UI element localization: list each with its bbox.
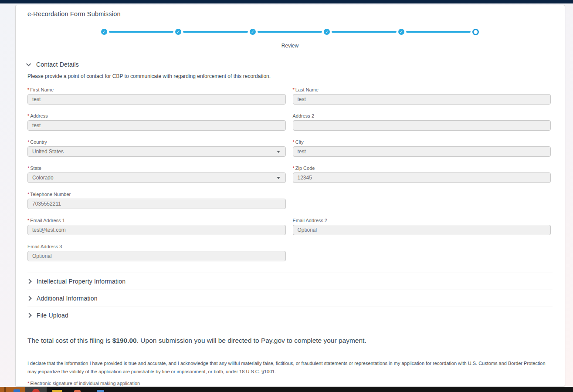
city-input[interactable] bbox=[293, 147, 551, 156]
phone-label: *Telephone Number bbox=[27, 192, 286, 197]
declaration-text: I declare that the information I have pr… bbox=[27, 359, 553, 376]
country-select[interactable]: United States bbox=[27, 146, 286, 157]
email3-input[interactable] bbox=[28, 251, 285, 261]
contact-description: Please provide a point of contact for CB… bbox=[27, 73, 553, 79]
taskbar-icon-detail bbox=[14, 389, 20, 392]
signature-label: *Electronic signature of individual maki… bbox=[27, 381, 553, 386]
phone-field: *Telephone Number bbox=[27, 192, 286, 209]
taskbar-icon-detail bbox=[4, 387, 6, 392]
step-node-2-complete: ✓ bbox=[175, 29, 181, 35]
zip-input[interactable] bbox=[293, 173, 551, 182]
section-title: Additional Information bbox=[37, 295, 98, 302]
first-name-input[interactable] bbox=[28, 95, 285, 104]
email2-input[interactable] bbox=[293, 225, 551, 235]
email3-label: Email Address 3 bbox=[27, 244, 286, 249]
section-title: Contact Details bbox=[36, 61, 79, 68]
taskbar-app-icon-blue[interactable] bbox=[97, 390, 104, 392]
address-label: *Address bbox=[27, 113, 286, 118]
email1-field: *Email Address 1 bbox=[27, 218, 286, 235]
country-selected-value: United States bbox=[28, 147, 285, 156]
step-node-4-complete: ✓ bbox=[324, 29, 330, 35]
section-contact-details[interactable]: Contact Details bbox=[27, 61, 553, 68]
chevron-right-icon bbox=[27, 313, 31, 318]
state-selected-value: Colorado bbox=[28, 173, 285, 182]
email1-input[interactable] bbox=[28, 225, 285, 235]
required-marker: * bbox=[293, 139, 295, 145]
dropdown-caret-icon bbox=[277, 177, 280, 179]
required-marker: * bbox=[293, 166, 295, 171]
required-marker: * bbox=[27, 87, 29, 92]
state-select[interactable]: Colorado bbox=[27, 172, 286, 183]
state-field: *State Colorado bbox=[27, 166, 286, 183]
step-node-3-complete: ✓ bbox=[250, 29, 256, 35]
state-label: *State bbox=[27, 166, 286, 171]
email1-label: *Email Address 1 bbox=[27, 218, 286, 223]
taskbar-app-icon-red[interactable] bbox=[74, 390, 81, 392]
zip-field: *Zip Code bbox=[293, 166, 551, 183]
taskbar[interactable] bbox=[0, 387, 573, 392]
section-intellectual-property[interactable]: Intellectual Property Information bbox=[27, 273, 553, 290]
chevron-down-icon bbox=[26, 61, 31, 66]
progress-stepper-wrap: ✓✓✓✓✓ Review bbox=[101, 28, 479, 49]
page-title: e-Recordation Form Submission bbox=[27, 10, 553, 17]
chevron-right-icon bbox=[27, 279, 31, 284]
city-label: *City bbox=[293, 139, 551, 145]
contact-form-grid: *First Name *Last Name *Address Address … bbox=[27, 87, 553, 261]
country-label: *Country bbox=[27, 139, 286, 145]
grid-spacer bbox=[293, 192, 551, 209]
form-card: e-Recordation Form Submission ✓✓✓✓✓ Revi… bbox=[15, 5, 565, 387]
last-name-field: *Last Name bbox=[293, 87, 551, 105]
dropdown-caret-icon bbox=[277, 151, 280, 153]
city-field: *City bbox=[293, 139, 551, 157]
address-field: *Address bbox=[27, 113, 286, 131]
step-connector-line bbox=[258, 31, 322, 33]
required-marker: * bbox=[27, 381, 29, 386]
section-title: Intellectual Property Information bbox=[37, 278, 125, 285]
zip-label: *Zip Code bbox=[293, 166, 551, 171]
last-name-label: *Last Name bbox=[293, 87, 551, 92]
step-connector-line bbox=[406, 31, 471, 33]
email3-field: Email Address 3 bbox=[27, 244, 286, 261]
step-node-5-complete: ✓ bbox=[398, 29, 404, 35]
required-marker: * bbox=[27, 113, 29, 118]
required-marker: * bbox=[27, 166, 29, 171]
address-input[interactable] bbox=[28, 121, 285, 130]
total-cost-text: The total cost of this filing is $190.00… bbox=[27, 337, 553, 345]
step-connector-line bbox=[183, 31, 248, 33]
section-title: File Upload bbox=[37, 312, 68, 319]
section-additional-information[interactable]: Additional Information bbox=[27, 290, 553, 307]
taskbar-icon-detail bbox=[32, 389, 40, 392]
step-node-6-current bbox=[472, 29, 479, 35]
phone-input[interactable] bbox=[28, 199, 285, 209]
taskbar-app-icon-yellow[interactable] bbox=[52, 390, 62, 392]
address2-label: Address 2 bbox=[293, 113, 551, 118]
address2-input[interactable] bbox=[293, 121, 551, 130]
required-marker: * bbox=[27, 218, 29, 223]
taskbar-app-icon-orange[interactable] bbox=[0, 387, 25, 392]
first-name-field: *First Name bbox=[27, 87, 286, 105]
current-step-label: Review bbox=[101, 43, 479, 49]
country-field: *Country United States bbox=[27, 139, 286, 157]
taskbar-app-icon-browser[interactable] bbox=[25, 387, 47, 392]
chevron-right-icon bbox=[27, 296, 31, 301]
first-name-label: *First Name bbox=[27, 87, 286, 92]
grid-spacer bbox=[293, 244, 551, 261]
top-navy-bar bbox=[0, 0, 573, 3]
section-file-upload[interactable]: File Upload bbox=[27, 307, 553, 324]
email2-label: Email Address 2 bbox=[293, 218, 551, 223]
required-marker: * bbox=[27, 139, 29, 145]
required-marker: * bbox=[293, 87, 295, 92]
step-connector-line bbox=[109, 31, 174, 33]
address2-field: Address 2 bbox=[293, 113, 551, 131]
last-name-input[interactable] bbox=[293, 95, 551, 104]
required-marker: * bbox=[27, 192, 29, 197]
cost-amount: $190.00 bbox=[112, 337, 137, 344]
step-node-1-complete: ✓ bbox=[101, 29, 107, 35]
email2-field: Email Address 2 bbox=[293, 218, 551, 235]
progress-stepper: ✓✓✓✓✓ bbox=[101, 28, 479, 36]
step-connector-line bbox=[332, 31, 397, 33]
